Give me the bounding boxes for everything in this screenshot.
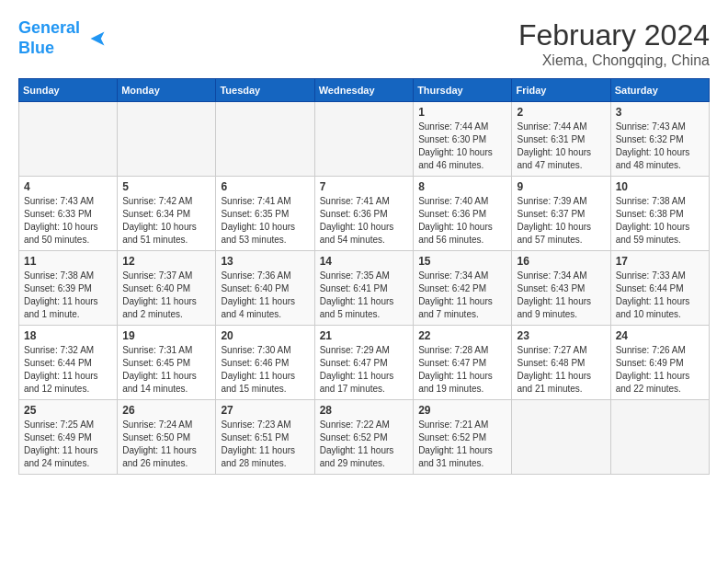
day-number: 21 <box>320 329 408 342</box>
calendar-cell: 26Sunrise: 7:24 AM Sunset: 6:50 PM Dayli… <box>118 400 216 475</box>
day-info: Sunrise: 7:43 AM Sunset: 6:33 PM Dayligh… <box>24 195 112 247</box>
day-info: Sunrise: 7:42 AM Sunset: 6:34 PM Dayligh… <box>122 195 210 247</box>
day-info: Sunrise: 7:38 AM Sunset: 6:38 PM Dayligh… <box>616 195 704 247</box>
calendar-cell: 6Sunrise: 7:41 AM Sunset: 6:35 PM Daylig… <box>216 177 314 251</box>
day-info: Sunrise: 7:36 AM Sunset: 6:40 PM Dayligh… <box>221 270 309 321</box>
calendar-cell: 17Sunrise: 7:33 AM Sunset: 6:44 PM Dayli… <box>610 251 709 326</box>
day-info: Sunrise: 7:43 AM Sunset: 6:32 PM Dayligh… <box>616 121 704 172</box>
week-row-3: 11Sunrise: 7:38 AM Sunset: 6:39 PM Dayli… <box>19 251 710 326</box>
calendar-cell: 10Sunrise: 7:38 AM Sunset: 6:38 PM Dayli… <box>610 177 709 251</box>
calendar-cell: 8Sunrise: 7:40 AM Sunset: 6:36 PM Daylig… <box>414 177 512 251</box>
day-info: Sunrise: 7:33 AM Sunset: 6:44 PM Dayligh… <box>616 270 704 321</box>
header-monday: Monday <box>118 79 216 102</box>
logo-text: GeneralBlue <box>18 18 80 58</box>
header-thursday: Thursday <box>414 79 512 102</box>
calendar-cell: 23Sunrise: 7:27 AM Sunset: 6:48 PM Dayli… <box>512 326 610 400</box>
day-info: Sunrise: 7:26 AM Sunset: 6:49 PM Dayligh… <box>616 344 704 396</box>
month-title: February 2024 <box>518 18 710 52</box>
day-number: 17 <box>616 255 704 268</box>
day-number: 6 <box>221 180 309 193</box>
calendar-table: SundayMondayTuesdayWednesdayThursdayFrid… <box>18 78 710 475</box>
calendar-cell <box>314 102 413 177</box>
day-number: 18 <box>24 329 112 342</box>
calendar-cell: 14Sunrise: 7:35 AM Sunset: 6:41 PM Dayli… <box>314 251 413 326</box>
day-info: Sunrise: 7:32 AM Sunset: 6:44 PM Dayligh… <box>24 344 112 396</box>
header-saturday: Saturday <box>610 79 709 102</box>
title-section: February 2024 Xiema, Chongqing, China <box>518 18 710 69</box>
day-info: Sunrise: 7:27 AM Sunset: 6:48 PM Dayligh… <box>517 344 605 396</box>
week-row-1: 1Sunrise: 7:44 AM Sunset: 6:30 PM Daylig… <box>19 102 710 177</box>
calendar-cell: 4Sunrise: 7:43 AM Sunset: 6:33 PM Daylig… <box>19 177 118 251</box>
calendar-cell: 11Sunrise: 7:38 AM Sunset: 6:39 PM Dayli… <box>19 251 118 326</box>
calendar-cell: 25Sunrise: 7:25 AM Sunset: 6:49 PM Dayli… <box>19 400 118 475</box>
day-number: 3 <box>616 106 704 119</box>
day-info: Sunrise: 7:31 AM Sunset: 6:45 PM Dayligh… <box>122 344 210 396</box>
day-number: 15 <box>418 255 506 268</box>
location-subtitle: Xiema, Chongqing, China <box>518 52 710 69</box>
calendar-cell <box>216 102 314 177</box>
day-info: Sunrise: 7:29 AM Sunset: 6:47 PM Dayligh… <box>320 344 408 396</box>
day-info: Sunrise: 7:39 AM Sunset: 6:37 PM Dayligh… <box>517 195 605 247</box>
day-number: 7 <box>320 180 408 193</box>
day-number: 11 <box>24 255 112 268</box>
day-number: 19 <box>122 329 210 342</box>
day-number: 13 <box>221 255 309 268</box>
logo-icon <box>84 25 111 52</box>
day-info: Sunrise: 7:44 AM Sunset: 6:30 PM Dayligh… <box>418 121 506 172</box>
day-info: Sunrise: 7:38 AM Sunset: 6:39 PM Dayligh… <box>24 270 112 321</box>
calendar-cell: 2Sunrise: 7:44 AM Sunset: 6:31 PM Daylig… <box>512 102 610 177</box>
week-row-4: 18Sunrise: 7:32 AM Sunset: 6:44 PM Dayli… <box>19 326 710 400</box>
calendar-cell: 19Sunrise: 7:31 AM Sunset: 6:45 PM Dayli… <box>118 326 216 400</box>
day-info: Sunrise: 7:35 AM Sunset: 6:41 PM Dayligh… <box>320 270 408 321</box>
day-number: 16 <box>517 255 605 268</box>
calendar-cell <box>610 400 709 475</box>
calendar-cell: 7Sunrise: 7:41 AM Sunset: 6:36 PM Daylig… <box>314 177 413 251</box>
calendar-cell: 5Sunrise: 7:42 AM Sunset: 6:34 PM Daylig… <box>118 177 216 251</box>
day-number: 10 <box>616 180 704 193</box>
calendar-cell: 9Sunrise: 7:39 AM Sunset: 6:37 PM Daylig… <box>512 177 610 251</box>
calendar-cell: 29Sunrise: 7:21 AM Sunset: 6:52 PM Dayli… <box>414 400 512 475</box>
header-sunday: Sunday <box>19 79 118 102</box>
calendar-cell: 3Sunrise: 7:43 AM Sunset: 6:32 PM Daylig… <box>610 102 709 177</box>
header-friday: Friday <box>512 79 610 102</box>
day-info: Sunrise: 7:37 AM Sunset: 6:40 PM Dayligh… <box>122 270 210 321</box>
day-info: Sunrise: 7:28 AM Sunset: 6:47 PM Dayligh… <box>418 344 506 396</box>
day-info: Sunrise: 7:23 AM Sunset: 6:51 PM Dayligh… <box>221 419 309 470</box>
svg-marker-0 <box>91 31 105 45</box>
day-info: Sunrise: 7:22 AM Sunset: 6:52 PM Dayligh… <box>320 419 408 470</box>
day-number: 20 <box>221 329 309 342</box>
day-number: 9 <box>517 180 605 193</box>
day-info: Sunrise: 7:44 AM Sunset: 6:31 PM Dayligh… <box>517 121 605 172</box>
week-row-5: 25Sunrise: 7:25 AM Sunset: 6:49 PM Dayli… <box>19 400 710 475</box>
day-number: 12 <box>122 255 210 268</box>
day-info: Sunrise: 7:41 AM Sunset: 6:35 PM Dayligh… <box>221 195 309 247</box>
calendar-cell: 28Sunrise: 7:22 AM Sunset: 6:52 PM Dayli… <box>314 400 413 475</box>
calendar-cell: 1Sunrise: 7:44 AM Sunset: 6:30 PM Daylig… <box>414 102 512 177</box>
page-header: GeneralBlue February 2024 Xiema, Chongqi… <box>18 18 710 69</box>
day-number: 27 <box>221 404 309 417</box>
week-row-2: 4Sunrise: 7:43 AM Sunset: 6:33 PM Daylig… <box>19 177 710 251</box>
calendar-cell: 16Sunrise: 7:34 AM Sunset: 6:43 PM Dayli… <box>512 251 610 326</box>
calendar-cell: 15Sunrise: 7:34 AM Sunset: 6:42 PM Dayli… <box>414 251 512 326</box>
calendar-cell: 27Sunrise: 7:23 AM Sunset: 6:51 PM Dayli… <box>216 400 314 475</box>
day-number: 28 <box>320 404 408 417</box>
day-info: Sunrise: 7:41 AM Sunset: 6:36 PM Dayligh… <box>320 195 408 247</box>
day-number: 4 <box>24 180 112 193</box>
day-number: 22 <box>418 329 506 342</box>
day-info: Sunrise: 7:34 AM Sunset: 6:43 PM Dayligh… <box>517 270 605 321</box>
day-number: 1 <box>418 106 506 119</box>
calendar-cell <box>118 102 216 177</box>
day-number: 5 <box>122 180 210 193</box>
day-number: 29 <box>418 404 506 417</box>
header-tuesday: Tuesday <box>216 79 314 102</box>
calendar-cell <box>19 102 118 177</box>
day-number: 2 <box>517 106 605 119</box>
logo: GeneralBlue <box>18 18 111 58</box>
day-info: Sunrise: 7:24 AM Sunset: 6:50 PM Dayligh… <box>122 419 210 470</box>
calendar-header-row: SundayMondayTuesdayWednesdayThursdayFrid… <box>19 79 710 102</box>
calendar-cell: 24Sunrise: 7:26 AM Sunset: 6:49 PM Dayli… <box>610 326 709 400</box>
calendar-cell: 22Sunrise: 7:28 AM Sunset: 6:47 PM Dayli… <box>414 326 512 400</box>
calendar-cell: 21Sunrise: 7:29 AM Sunset: 6:47 PM Dayli… <box>314 326 413 400</box>
day-info: Sunrise: 7:30 AM Sunset: 6:46 PM Dayligh… <box>221 344 309 396</box>
day-number: 24 <box>616 329 704 342</box>
